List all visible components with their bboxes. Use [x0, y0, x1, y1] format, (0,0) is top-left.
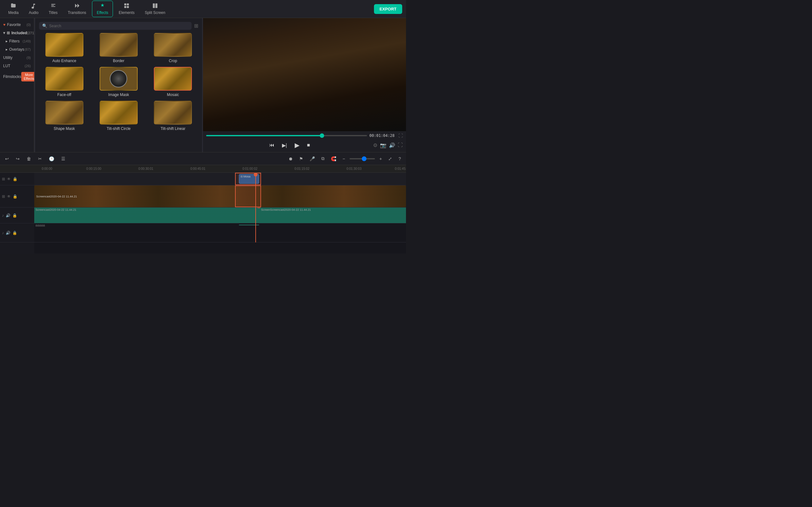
ruler-mark-5: 0:01:15:02 — [294, 167, 309, 170]
play-button[interactable]: ▶ — [293, 140, 301, 150]
playback-row: ⏮ ▶︎| ▶ ■ ⚙ 📷 🔊 ⛶ — [206, 140, 403, 150]
svg-rect-3 — [127, 6, 129, 8]
zoom-in-icon[interactable]: + — [377, 155, 384, 163]
magnet-icon[interactable]: 🧲 — [329, 155, 338, 163]
preview-video — [203, 18, 406, 131]
mosaic-clip-label: Mosa — [244, 175, 251, 178]
cut-button[interactable]: ✂ — [36, 155, 44, 163]
nav-item-transitions[interactable]: Transitions — [63, 1, 91, 17]
video-clip-strip[interactable]: Screencast2020-04-22 11.44.21 — [34, 185, 406, 207]
nav-item-audio[interactable]: Audio — [24, 1, 43, 17]
sidebar: ♥ Favorite (0) ▾ ⊞ Included (271) ▸ Filt… — [0, 18, 34, 152]
chevron-right-overlays-icon: ▸ — [6, 47, 8, 52]
video-overlay-track: ⊞ Mosa — [34, 173, 406, 185]
progress-knob[interactable] — [320, 133, 324, 138]
nav-item-splitscreen[interactable]: Split Screen — [140, 1, 170, 17]
ruler-mark-7: 0:01:45:03 — [395, 167, 406, 170]
eye-icon-overlay[interactable]: 👁 — [7, 177, 11, 181]
effect-card-tilt-shift-circle[interactable]: Tilt-shift Circle — [93, 101, 144, 131]
nav-item-elements[interactable]: Elements — [114, 1, 139, 17]
speaker-icon-secondary[interactable]: 🔊 — [6, 231, 10, 235]
grid-view-icon[interactable]: ⊞ — [194, 23, 198, 29]
progress-fill — [206, 135, 322, 136]
nav-label-effects: Effects — [97, 10, 108, 15]
grid3-icon: ⊞ — [2, 194, 5, 199]
effect-card-auto-enhance[interactable]: Auto Enhance — [39, 33, 90, 63]
sidebar-item-overlays[interactable]: ▸ Overlays (87) — [0, 45, 34, 54]
record-icon[interactable]: ⏺ — [287, 155, 295, 163]
step-back-button[interactable]: ▶︎| — [281, 141, 288, 150]
elements-icon — [124, 3, 130, 9]
effect-thumb-shape-mask — [45, 101, 84, 124]
cut-marker-container: ✂ — [255, 208, 262, 208]
lock-icon-main[interactable]: 🔒 — [13, 194, 17, 199]
history-button[interactable]: 🕒 — [47, 155, 56, 163]
nav-item-titles[interactable]: Titles — [44, 1, 62, 17]
progress-bar[interactable] — [206, 135, 367, 136]
folder-icon — [10, 3, 16, 9]
tracks-area: ⊞ Mosa Screencast2020-04-22 11.44.21 — [34, 173, 406, 242]
lock-icon-audio-secondary[interactable]: 🔒 — [12, 231, 17, 235]
lock-icon-audio-main[interactable]: 🔒 — [12, 213, 17, 218]
effect-card-border[interactable]: Border — [93, 33, 144, 63]
stop-button[interactable]: ■ — [306, 141, 311, 149]
search-icon: 🔍 — [42, 23, 47, 28]
sidebar-item-favorite[interactable]: ♥ Favorite (0) — [0, 20, 34, 29]
tl-right: ⏺ ⚑ 🎤 ⧉ 🧲 − + ⤢ ? — [287, 155, 403, 163]
zoom-slider[interactable] — [350, 158, 375, 159]
effect-card-tilt-shift-linear[interactable]: Tilt-shift Linear — [148, 101, 198, 131]
zoom-out-icon[interactable]: − — [341, 155, 347, 163]
video-main-track: Screencast2020-04-22 11.44.21 — [34, 185, 406, 208]
nav-item-effects[interactable]: Effects — [92, 1, 113, 17]
help-icon[interactable]: ? — [397, 155, 403, 163]
rewind-button[interactable]: ⏮ — [268, 141, 275, 149]
audio-clip-label-main: Screencast2020-04-22 11.44.21 — [36, 208, 77, 211]
nav-label-elements: Elements — [119, 10, 135, 15]
speaker-icon-main[interactable]: 🔊 — [6, 213, 10, 218]
track-header-video-main: ⊞ 👁 🔒 — [0, 185, 34, 208]
audio-mini-clip[interactable] — [239, 225, 259, 225]
mosaic-clip[interactable]: ⊞ Mosa — [239, 174, 259, 184]
lut-count: (26) — [24, 64, 31, 68]
volume-icon[interactable]: 🔊 — [389, 142, 395, 148]
svg-rect-2 — [124, 6, 126, 8]
sidebar-item-lut[interactable]: LUT (26) — [0, 62, 34, 70]
sidebar-item-utility[interactable]: Utility (9) — [0, 54, 34, 62]
camera-icon[interactable]: 📷 — [380, 142, 386, 148]
effect-card-face-off[interactable]: Face-off — [39, 67, 90, 97]
adjust-button[interactable]: ☰ — [59, 155, 67, 163]
mic-icon[interactable]: 🎤 — [308, 155, 317, 163]
track-header-audio-secondary: ♪ 🔊 🔒 — [0, 223, 34, 242]
expand-icon[interactable]: ⛶ — [398, 133, 403, 138]
export-button[interactable]: EXPORT — [374, 4, 402, 14]
lock-icon-overlay[interactable]: 🔒 — [13, 177, 17, 181]
effect-card-image-mask[interactable]: Image Mask — [93, 67, 144, 97]
audio-icon-secondary: ♪ — [2, 231, 4, 235]
effect-card-mosaic[interactable]: Mosaic — [148, 67, 198, 97]
settings-icon[interactable]: ⚙ — [373, 142, 377, 148]
split-icon[interactable]: ⧉ — [319, 155, 326, 163]
eye-icon-main[interactable]: 👁 — [7, 194, 11, 199]
delete-button[interactable]: 🗑 — [25, 155, 33, 163]
effect-label-mosaic: Mosaic — [167, 93, 179, 97]
effect-label-border: Border — [113, 59, 124, 63]
timeline-content: ⊞ 👁 🔒 ⊞ 👁 🔒 ♪ 🔊 🔒 ♪ 🔊 🔒 — [0, 165, 406, 253]
ruler-mark-0: 0:00:00 — [42, 167, 52, 170]
sidebar-item-included[interactable]: ▾ ⊞ Included (271) — [0, 29, 34, 37]
nav-item-media[interactable]: Media — [4, 1, 23, 17]
svg-rect-1 — [127, 3, 129, 5]
search-input[interactable] — [49, 24, 189, 28]
redo-button[interactable]: ↪ — [14, 155, 21, 163]
fit-icon[interactable]: ⤢ — [386, 155, 394, 163]
effect-thumb-mosaic — [154, 67, 192, 91]
search-box[interactable]: 🔍 — [39, 22, 192, 30]
undo-button[interactable]: ↩ — [3, 155, 11, 163]
fullscreen-icon[interactable]: ⛶ — [398, 142, 403, 148]
effect-card-crop[interactable]: Crop — [148, 33, 198, 63]
tracks-scrollable[interactable]: 0:00:00 0:00:15:00 0:00:30:01 0:00:45:01… — [34, 165, 406, 253]
effect-card-shape-mask[interactable]: Shape Mask — [39, 101, 90, 131]
ruler-mark-3: 0:00:45:01 — [190, 167, 205, 170]
sidebar-item-filters[interactable]: ▸ Filters (149) — [0, 37, 34, 45]
marker-icon[interactable]: ⚑ — [297, 155, 305, 163]
favorite-count: (0) — [27, 23, 31, 26]
